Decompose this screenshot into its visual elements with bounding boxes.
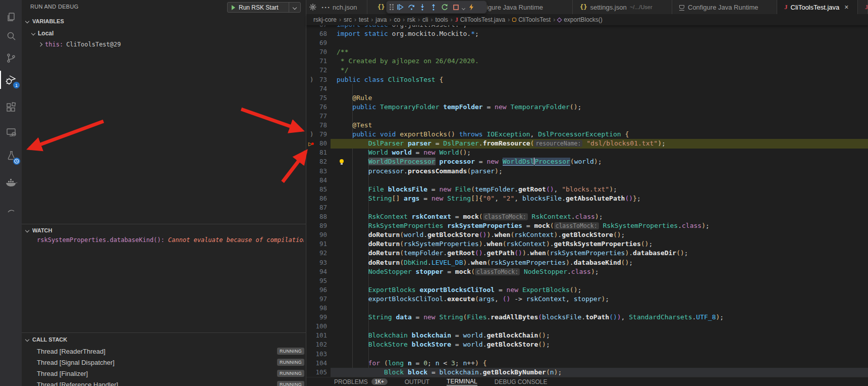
code-line[interactable]: 69 (306, 38, 868, 48)
code-line[interactable]: 91doReturn(rskSystemProperties).when(rsk… (306, 239, 868, 249)
line-number[interactable]: 103 (306, 350, 327, 359)
code-line[interactable]: 78@Test (306, 121, 868, 130)
breadcrumb-class[interactable]: CliToolsTest (512, 16, 551, 23)
search-icon[interactable] (0, 26, 22, 46)
remote-explorer-icon[interactable] (0, 122, 22, 142)
restart-icon[interactable] (439, 2, 450, 13)
code-line[interactable]: 94NodeStopper stopper = mock(classToMock… (306, 267, 868, 277)
breadcrumb-item[interactable]: cli (422, 16, 428, 23)
code-line[interactable]: 105Block block = blockchain.getBlockByNu… (306, 368, 868, 377)
breadcrumb-item[interactable]: co (394, 16, 400, 23)
docker-icon[interactable] (0, 173, 22, 193)
call-stack-thread-row[interactable]: Thread [Finalizer]RUNNING (22, 368, 306, 379)
line-number[interactable]: 78 (306, 121, 327, 130)
line-number[interactable]: 101 (306, 331, 327, 340)
line-number[interactable]: 77 (306, 112, 327, 121)
editor-tab[interactable]: Configure Java Runtime (672, 0, 777, 14)
line-number[interactable]: 79 (306, 130, 327, 139)
line-number[interactable]: 82 (306, 157, 327, 166)
line-number[interactable]: 104 (306, 359, 327, 368)
line-number[interactable]: 100 (306, 322, 327, 331)
lightbulb-icon[interactable] (340, 159, 344, 163)
line-number[interactable]: 76 (306, 103, 327, 112)
breadcrumb-item[interactable]: rsk (407, 16, 415, 23)
line-number[interactable]: 97 (306, 295, 327, 304)
breadcrumb-method[interactable]: exportBlocks() (558, 16, 603, 23)
code-line[interactable]: 70/** (306, 47, 868, 57)
stop-dropdown-chevron-icon[interactable] (462, 3, 465, 12)
line-number[interactable]: 88 (306, 212, 327, 221)
step-into-icon[interactable] (417, 2, 428, 13)
step-out-icon[interactable] (428, 2, 439, 13)
code-line[interactable]: 103 (306, 350, 868, 359)
line-number[interactable]: 105 (306, 368, 327, 377)
run-and-debug-icon[interactable]: 1 (0, 70, 22, 90)
code-line[interactable]: 101Blockchain blockchain = world.getBloc… (306, 331, 868, 341)
code-line[interactable]: 95 (306, 276, 868, 286)
editor-tab[interactable]: J (858, 0, 868, 14)
gear-icon[interactable] (309, 3, 317, 11)
line-number[interactable]: 80 (306, 139, 327, 148)
line-number[interactable]: 75 (306, 93, 327, 103)
code-line[interactable]: 100 (306, 322, 868, 331)
line-number[interactable]: 83 (306, 167, 327, 176)
panel-tab-terminal[interactable]: TERMINAL (447, 378, 477, 385)
line-number[interactable]: 74 (306, 84, 327, 93)
line-number[interactable]: 96 (306, 285, 327, 295)
watch-section-header[interactable]: WATCH (26, 225, 52, 235)
breadcrumb-item[interactable]: rskj-core (313, 16, 337, 23)
line-number[interactable]: 70 (306, 47, 327, 57)
code-line[interactable]: 89RskSystemProperties rskSystemPropertie… (306, 221, 868, 231)
code-line[interactable]: 81World world = new World(); (306, 148, 868, 158)
code-line[interactable]: 77 (306, 112, 868, 121)
code-line[interactable]: )79public void exportBlocks() throws IOE… (306, 130, 868, 139)
code-line[interactable]: 75@Rule (306, 93, 868, 103)
call-stack-thread-row[interactable]: Thread [Reference Handler]RUNNING (22, 379, 306, 386)
breadcrumb-item[interactable]: tools (435, 16, 448, 23)
editor-tab[interactable]: {}settings.json~/.../User (573, 0, 672, 14)
line-number[interactable]: 90 (306, 230, 327, 239)
breadcrumb-item[interactable]: java (375, 16, 387, 23)
variable-row-this[interactable]: this: CliToolsTest@29 (39, 39, 121, 50)
line-number[interactable]: 94 (306, 267, 327, 276)
code-editor[interactable]: 67import static org.junit.Assert.*;68imp… (306, 0, 868, 377)
code-line[interactable]: 72 */ (306, 66, 868, 75)
step-over-icon[interactable] (406, 2, 417, 13)
line-number[interactable]: 68 (306, 29, 327, 38)
line-number[interactable]: 98 (306, 304, 327, 313)
line-number[interactable]: 91 (306, 239, 327, 249)
code-line[interactable]: )73public class CliToolsTest { (306, 75, 868, 85)
testing-flask-icon[interactable] (0, 146, 22, 166)
source-control-icon[interactable] (0, 48, 22, 68)
code-line[interactable]: 82WorldDslProcessor processor = new Worl… (306, 157, 868, 167)
line-number[interactable]: 72 (306, 66, 327, 75)
code-line[interactable]: 104for (long n = 0; n < 3; n++) { (306, 359, 868, 368)
section-divider[interactable] (22, 332, 306, 333)
line-number[interactable]: 71 (306, 57, 327, 66)
more-actions-icon[interactable]: ··· (321, 3, 331, 12)
code-line[interactable]: 74 (306, 84, 868, 94)
call-stack-thread-row[interactable]: Thread [ReaderThread]RUNNING (22, 346, 306, 357)
code-line[interactable]: 85File blocksFile = new File(tempFolder.… (306, 185, 868, 195)
partial-icon[interactable] (0, 197, 22, 217)
line-number[interactable]: 86 (306, 194, 327, 203)
code-line[interactable]: 76public TemporaryFolder tempFolder = ne… (306, 103, 868, 112)
code-line[interactable]: 93doReturn(DbKind.LEVEL_DB).when(rskSyst… (306, 258, 868, 268)
line-number[interactable]: 92 (306, 249, 327, 258)
panel-tab-debug-console[interactable]: DEBUG CONSOLE (495, 378, 548, 385)
run-configuration-dropdown[interactable]: Run RSK Start (227, 2, 301, 13)
code-line[interactable]: 68import static org.mockito.Mockito.*; (306, 29, 868, 39)
breadcrumb-item[interactable]: test (359, 16, 368, 23)
code-line[interactable]: 99String data = new String(Files.readAll… (306, 313, 868, 322)
line-number[interactable]: 69 (306, 38, 327, 47)
drag-handle-icon[interactable] (390, 4, 394, 10)
line-number[interactable]: 87 (306, 203, 327, 212)
hot-code-replace-icon[interactable] (466, 2, 477, 13)
panel-tab-problems[interactable]: PROBLEMS1K+ (334, 378, 388, 385)
variables-section-header[interactable]: VARIABLES (26, 16, 64, 26)
code-line[interactable]: 88RskContext rskContext = mock(classToMo… (306, 212, 868, 222)
stop-icon[interactable] (450, 2, 461, 13)
code-line[interactable]: 84 (306, 176, 868, 185)
code-line[interactable]: 92doReturn(tempFolder.getRoot().getPath(… (306, 249, 868, 258)
line-number[interactable]: 102 (306, 340, 327, 349)
